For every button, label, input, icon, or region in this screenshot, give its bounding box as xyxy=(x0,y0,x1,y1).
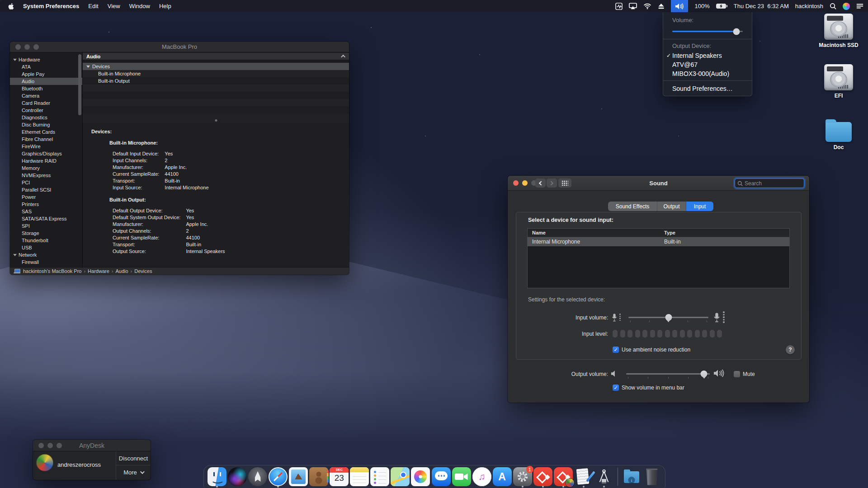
sidebar-item[interactable]: Disc Burning xyxy=(10,121,82,128)
back-button[interactable] xyxy=(535,178,546,188)
column-name[interactable]: Name xyxy=(528,230,660,235)
dock-app-store[interactable]: A xyxy=(493,465,512,488)
output-device-item[interactable]: ATV@67 xyxy=(663,60,752,69)
sidebar-item[interactable]: Camera xyxy=(10,92,82,99)
dock-notes[interactable] xyxy=(350,465,369,488)
sidebar-item[interactable]: Thunderbolt xyxy=(10,237,82,244)
show-all-button[interactable] xyxy=(558,178,571,188)
menu-item[interactable]: Help xyxy=(159,3,171,9)
sidebar-item[interactable]: Bluetooth xyxy=(10,85,82,92)
sidebar-item[interactable]: Memory xyxy=(10,164,82,172)
sidebar-item[interactable]: Audio xyxy=(10,78,82,85)
dock-hackintool[interactable] xyxy=(594,465,613,488)
more-button[interactable]: More xyxy=(116,465,151,479)
dock-reminders[interactable] xyxy=(370,465,389,488)
minimize-button[interactable] xyxy=(522,180,528,186)
output-volume-slider[interactable] xyxy=(626,370,710,379)
disconnect-button[interactable]: Disconnect xyxy=(116,451,151,465)
desktop-icon-doc[interactable]: Doc xyxy=(811,117,866,150)
dock-downloads[interactable] xyxy=(622,465,641,488)
tree-row[interactable]: Devices xyxy=(83,63,349,70)
sidebar-item[interactable]: Firewall xyxy=(10,258,82,266)
tab[interactable]: Input xyxy=(686,202,713,211)
menu-bar-clock[interactable]: Thu Dec 23 6:32 AM xyxy=(734,3,789,9)
mute-checkbox[interactable] xyxy=(734,371,740,377)
sidebar-scrollbar[interactable] xyxy=(78,54,81,115)
dock-photos[interactable] xyxy=(411,465,430,488)
sidebar-item[interactable]: Network xyxy=(10,251,82,258)
sidebar-item[interactable]: PCI xyxy=(10,179,82,186)
sidebar-item[interactable]: Ethernet Cards xyxy=(10,128,82,136)
dock-itunes[interactable]: ♫ xyxy=(472,465,491,488)
sidebar-item[interactable]: SATA/SATA Express xyxy=(10,215,82,222)
dock-mail[interactable] xyxy=(289,465,308,488)
category-header[interactable]: Audio xyxy=(83,52,349,60)
dock-launchpad[interactable] xyxy=(248,465,267,488)
eject-icon[interactable] xyxy=(658,0,665,12)
sidebar-item[interactable]: USB xyxy=(10,244,82,251)
desktop-icon-efi[interactable]: EFI xyxy=(811,64,866,99)
output-device-item[interactable]: MIBOX3-000(Audio) xyxy=(663,69,752,78)
sidebar-item[interactable]: FireWire xyxy=(10,143,82,150)
slider-knob[interactable] xyxy=(701,371,708,377)
dock-facetime[interactable] xyxy=(452,465,471,488)
forward-button[interactable] xyxy=(547,178,557,188)
table-header[interactable]: Name Type xyxy=(528,229,789,237)
sidebar-item[interactable]: Hardware xyxy=(10,56,82,63)
slider-track[interactable] xyxy=(672,31,743,32)
breadcrumb-item[interactable]: Hardware xyxy=(88,268,115,274)
sidebar-item[interactable]: SAS xyxy=(10,208,82,215)
dock-siri[interactable] xyxy=(228,465,247,488)
sidebar-item[interactable]: Graphics/Displays xyxy=(10,150,82,157)
search-field[interactable] xyxy=(735,178,804,188)
tree-row[interactable]: Built-in Microphone xyxy=(83,70,349,77)
dock-anydesk[interactable] xyxy=(533,465,552,488)
dock-system-preferences[interactable]: 1 xyxy=(513,465,532,488)
sidebar-item[interactable]: Controller xyxy=(10,107,82,114)
dock-install-script[interactable] xyxy=(574,465,593,488)
sidebar-item[interactable]: Fibre Channel xyxy=(10,136,82,143)
menu-item[interactable]: Edit xyxy=(88,3,98,9)
sidebar-item[interactable]: Hardware RAID xyxy=(10,157,82,164)
sidebar-item[interactable]: Card Reader xyxy=(10,99,82,107)
wifi-icon[interactable] xyxy=(643,0,651,12)
active-app-menu[interactable]: System Preferences xyxy=(23,3,79,9)
volume-menu-extra[interactable] xyxy=(671,0,688,12)
sidebar-item[interactable]: SPI xyxy=(10,222,82,230)
dock-contacts[interactable] xyxy=(309,465,328,488)
close-button[interactable] xyxy=(513,180,519,186)
table-row[interactable]: Internal Microphone Built-in xyxy=(528,237,789,246)
sidebar-item[interactable]: ATA xyxy=(10,63,82,70)
slider-track[interactable] xyxy=(626,373,710,375)
menu-item[interactable]: Window xyxy=(129,3,150,9)
sidebar-item[interactable]: Parallel SCSI xyxy=(10,186,82,193)
apple-menu[interactable] xyxy=(8,3,14,10)
sidebar-item[interactable]: Power xyxy=(10,193,82,201)
breadcrumb-item[interactable]: hackintosh’s MacBook Pro xyxy=(23,268,88,274)
anydesk-titlebar[interactable]: AnyDesk xyxy=(33,440,151,451)
user-menu[interactable]: hackintosh xyxy=(795,3,823,9)
menu-item[interactable]: View xyxy=(108,3,120,9)
column-type[interactable]: Type xyxy=(660,230,675,235)
sidebar-item[interactable]: Apple Pay xyxy=(10,70,82,78)
sidebar-item[interactable]: Diagnostics xyxy=(10,114,82,121)
notification-center-icon[interactable] xyxy=(856,0,863,12)
sound-preferences-item[interactable]: Sound Preferences… xyxy=(663,83,752,93)
collapse-chevron-icon[interactable] xyxy=(341,55,345,59)
dock-anydesk-session[interactable] xyxy=(554,465,573,488)
tree-row[interactable]: Built-in Output xyxy=(83,77,349,84)
slider-knob[interactable] xyxy=(665,314,672,321)
battery-charging-icon[interactable] xyxy=(716,4,727,9)
sidebar-item[interactable]: NVMExpress xyxy=(10,172,82,179)
search-input[interactable] xyxy=(745,180,804,187)
dock-finder[interactable] xyxy=(208,465,226,488)
dock-maps[interactable] xyxy=(391,465,410,488)
siri-icon[interactable] xyxy=(843,3,850,10)
splitter-handle-icon[interactable] xyxy=(215,119,217,122)
search-icon[interactable] xyxy=(830,0,836,12)
breadcrumb-item[interactable]: Audio xyxy=(115,268,134,274)
dock-messages[interactable] xyxy=(432,465,451,488)
show-volume-checkbox[interactable] xyxy=(613,385,619,391)
help-button[interactable]: ? xyxy=(786,345,795,354)
dock-safari[interactable] xyxy=(269,465,288,488)
